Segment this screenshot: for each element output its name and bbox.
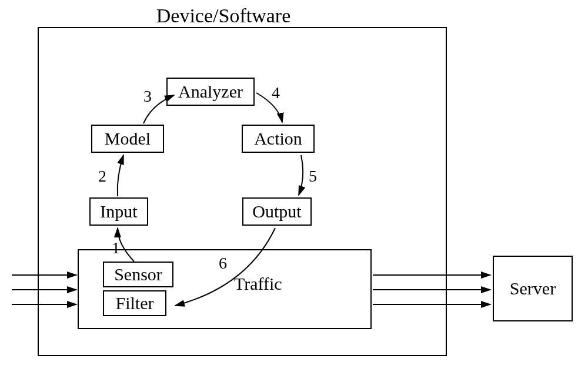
model-label: Model (105, 129, 151, 149)
analyzer-label: Analyzer (178, 82, 243, 102)
traffic-label: Traffic (234, 274, 282, 294)
sensor-label: Sensor (114, 264, 162, 284)
sensor-box: Sensor (103, 262, 173, 287)
analyzer-box: Analyzer (166, 78, 255, 106)
arrow-label-5: 5 (309, 167, 317, 186)
input-box: Input (89, 197, 148, 226)
arrow-label-6: 6 (219, 254, 227, 273)
output-box: Output (242, 197, 312, 226)
input-label: Input (100, 202, 137, 222)
server-label: Server (510, 279, 556, 299)
server-box: Server (493, 256, 573, 321)
output-label: Output (252, 202, 301, 222)
arrow-label-4: 4 (272, 83, 280, 102)
diagram-container: Device/Software Analyzer Model Action In… (0, 0, 588, 372)
action-label: Action (254, 129, 302, 149)
arrow-label-2: 2 (98, 167, 106, 186)
model-box: Model (91, 125, 164, 153)
filter-box: Filter (103, 290, 166, 316)
arrow-label-1: 1 (112, 239, 120, 257)
action-box: Action (242, 125, 315, 153)
page-title: Device/Software (0, 5, 447, 27)
filter-label: Filter (116, 293, 154, 313)
arrow-label-3: 3 (143, 87, 152, 106)
